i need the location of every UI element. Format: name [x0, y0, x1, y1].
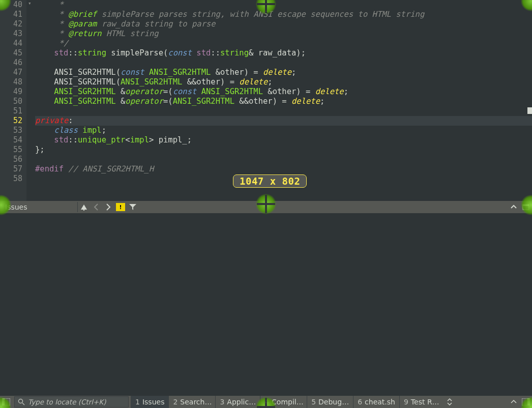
line-number: 41 — [0, 10, 26, 19]
warning-filter-icon[interactable]: ! — [115, 201, 126, 213]
output-tab-debug[interactable]: 5Debug… — [307, 396, 353, 408]
prev-issue-icon[interactable] — [91, 201, 102, 213]
code-line[interactable]: */ — [35, 39, 532, 48]
code-line[interactable]: #endif // ANSI_SGR2HTML_H — [35, 164, 532, 174]
scrollbar-thumb[interactable] — [527, 107, 532, 114]
left-sidebar-toggle-icon[interactable] — [0, 396, 12, 408]
svg-rect-1 — [523, 205, 529, 206]
code-editor[interactable]: 40414243444546474849505152535455565758 ▾… — [0, 0, 532, 201]
code-line[interactable] — [35, 58, 532, 68]
code-line[interactable]: ANSI_SGR2HTML &operator=(ANSI_SGR2HTML &… — [35, 97, 532, 106]
code-line[interactable]: std::string simpleParse(const std::strin… — [35, 48, 532, 58]
line-number: 45 — [0, 48, 26, 58]
line-number: 44 — [0, 39, 26, 48]
line-number: 42 — [0, 19, 26, 29]
search-icon — [18, 398, 25, 405]
svg-rect-7 — [527, 398, 530, 405]
locator-input[interactable] — [28, 398, 125, 406]
close-panel-icon[interactable] — [508, 396, 520, 408]
line-number: 50 — [0, 97, 26, 106]
code-line[interactable] — [35, 106, 532, 116]
line-number-gutter: 40414243444546474849505152535455565758 — [0, 0, 26, 201]
svg-line-5 — [22, 403, 24, 405]
code-line[interactable]: * @return HTML string — [35, 29, 532, 39]
line-number: 49 — [0, 87, 26, 97]
code-line[interactable] — [35, 155, 532, 164]
maximize-panel-icon[interactable] — [520, 201, 531, 213]
line-number: 43 — [0, 29, 26, 39]
issues-panel-title: Issues — [0, 203, 77, 211]
locator-field[interactable] — [14, 396, 129, 407]
line-number: 40 — [0, 0, 26, 10]
output-tab-search[interactable]: 2Search… — [168, 396, 215, 408]
line-number: 56 — [0, 155, 26, 164]
output-tab-issues[interactable]: 1Issues — [131, 396, 168, 408]
fold-column[interactable]: ▾ — [26, 0, 35, 201]
line-number: 47 — [0, 68, 26, 77]
code-line[interactable]: std::unique_ptr<impl> pimpl_; — [35, 135, 532, 145]
build-icon[interactable] — [78, 201, 90, 213]
line-number: 57 — [0, 164, 26, 174]
fold-marker-icon[interactable]: ▾ — [28, 0, 32, 7]
line-number: 58 — [0, 174, 26, 184]
output-tab-applic[interactable]: 3Applic… — [215, 396, 260, 408]
line-number: 48 — [0, 77, 26, 87]
status-bar: 1Issues2Search…3Applic…4Compil…5Debug…6c… — [0, 396, 532, 408]
output-pane-tabs: 1Issues2Search…3Applic…4Compil…5Debug…6c… — [131, 396, 444, 408]
line-number: 51 — [0, 106, 26, 116]
line-number: 46 — [0, 58, 26, 68]
output-tab-compil[interactable]: 4Compil… — [260, 396, 307, 408]
line-number: 54 — [0, 135, 26, 145]
code-line[interactable]: * @param raw_data string to parse — [35, 19, 532, 29]
code-area[interactable]: * * @brief simpleParse parses string, wi… — [35, 0, 532, 201]
issues-panel-header: Issues ! — [0, 201, 532, 213]
code-line[interactable]: }; — [35, 145, 532, 155]
code-line[interactable]: * @brief simpleParse parses string, with… — [35, 10, 532, 19]
svg-rect-3 — [2, 398, 5, 405]
output-tab-testr[interactable]: 9Test R… — [399, 396, 444, 408]
tab-overflow-icon[interactable] — [444, 396, 456, 408]
right-sidebar-toggle-icon[interactable] — [520, 396, 532, 408]
line-number: 52 — [0, 116, 26, 126]
code-line[interactable]: private: — [35, 116, 532, 126]
line-number: 55 — [0, 145, 26, 155]
code-line[interactable]: * — [35, 0, 532, 10]
code-line[interactable]: ANSI_SGR2HTML &operator=(const ANSI_SGR2… — [35, 87, 532, 97]
dimensions-badge: 1047 x 802 — [233, 174, 307, 188]
minimize-panel-icon[interactable] — [508, 201, 519, 213]
issues-panel-body[interactable] — [0, 213, 532, 396]
code-line[interactable]: ANSI_SGR2HTML(ANSI_SGR2HTML &&other) = d… — [35, 77, 532, 87]
line-number: 53 — [0, 126, 26, 135]
code-line[interactable]: class impl; — [35, 126, 532, 135]
output-tab-cheatsh[interactable]: 6cheat.sh — [353, 396, 399, 408]
code-line[interactable]: ANSI_SGR2HTML(const ANSI_SGR2HTML &other… — [35, 68, 532, 77]
svg-point-4 — [19, 399, 23, 403]
filter-icon[interactable] — [127, 201, 138, 213]
next-issue-icon[interactable] — [103, 201, 114, 213]
